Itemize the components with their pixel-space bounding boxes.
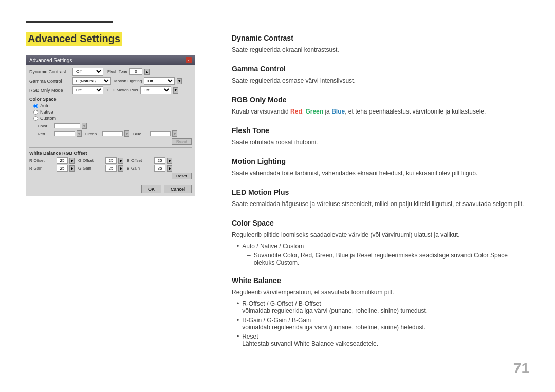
color-space-radio-group: Auto Native Custom: [33, 103, 192, 121]
g-gain-input[interactable]: [105, 165, 117, 172]
blue-input[interactable]: [150, 131, 171, 136]
r-offset-arrow[interactable]: ▶: [69, 158, 75, 164]
white-balance-link: White Balance: [294, 340, 334, 347]
radio-auto[interactable]: [33, 104, 38, 108]
color-space-text: Reguleerib piltide loomiseks saadaolevat…: [232, 230, 529, 239]
help-rgb-only-mode: RGB Only Mode Kuvab värvisuvandid Red, G…: [232, 96, 529, 116]
motion-lighting-label: Motion Lighting: [114, 79, 142, 83]
green-highlight: Green: [305, 108, 323, 115]
blue-link: Blue: [336, 252, 348, 259]
wb-bullet-reset: Reset Lähtestab suvandi White Balance va…: [237, 333, 529, 347]
wb-gain-row: R-Gain ▶ G-Gain ▶ B-Gain ▶: [29, 165, 192, 172]
wb-offset-row: R-Offset ▶ G-Offset ▶ B-Offset ▶: [29, 157, 192, 164]
color-field-row: Color ▼: [38, 123, 192, 129]
b-offset-label: B-Offset: [127, 158, 153, 163]
dialog-row-3: RGB Only Mode Off LED Motion Plus Off ▼: [29, 86, 192, 94]
red-input[interactable]: [54, 131, 75, 136]
red-label: Red: [38, 132, 53, 136]
flesh-tone-up[interactable]: ▲: [144, 69, 150, 75]
radio-native[interactable]: [33, 110, 38, 115]
help-led-motion-plus: LED Motion Plus Saate eemaldada hägususe…: [232, 188, 529, 209]
page-title: Advanced Settings: [26, 32, 122, 46]
r-offset-link: R-Offset: [242, 300, 265, 307]
rgb-sliders-row: Red ▼ Green ▼ Blue ▼: [38, 130, 192, 137]
g-gain-label: G-Gain: [78, 166, 104, 171]
color-space-options-text: Auto / Native / Custom: [242, 242, 304, 250]
page-number: 71: [513, 360, 529, 377]
radio-auto-label: Auto: [40, 103, 50, 108]
b-offset-input[interactable]: [154, 157, 165, 164]
g-gain-arrow[interactable]: ▶: [118, 165, 123, 172]
color-link: Color: [283, 252, 297, 259]
radio-custom-row: Custom: [33, 116, 192, 121]
wb-reset-button[interactable]: Reset: [172, 173, 192, 179]
color-space-link: Color Space: [474, 252, 508, 259]
r-gain-label: R-Gain: [29, 166, 55, 171]
color-space-bullet-1: Auto / Native / Custom: [237, 242, 529, 250]
reset-link: Reset: [357, 252, 373, 259]
led-motion-plus-arrow[interactable]: ▼: [173, 87, 178, 94]
g-offset-link: G-Offset: [270, 300, 293, 307]
advanced-settings-dialog: Advanced Settings × Dynamic Contrast Off…: [26, 55, 195, 196]
flesh-tone-text: Saate rõhutada roosat ihutooni.: [232, 138, 529, 147]
gamma-control-title: Gamma Control: [232, 65, 529, 73]
reset-link-wb: Reset: [242, 333, 258, 340]
led-motion-plus-select[interactable]: Off: [140, 86, 171, 94]
flesh-tone-label: Flesh Tone: [107, 69, 127, 74]
red-link: Red: [301, 252, 312, 259]
color-reset-button[interactable]: Reset: [172, 138, 192, 145]
color-arrow[interactable]: ▼: [82, 123, 87, 129]
green-arrow[interactable]: ▼: [124, 130, 130, 137]
r-gain-arrow[interactable]: ▶: [69, 165, 75, 172]
dialog-title: Advanced Settings: [29, 58, 72, 63]
color-label: Color: [38, 124, 53, 128]
red-arrow[interactable]: ▼: [77, 130, 82, 137]
radio-auto-row: Auto: [33, 103, 192, 108]
blue-arrow[interactable]: ▼: [172, 130, 177, 137]
gamma-control-select[interactable]: 0 (Natural): [72, 77, 111, 85]
flesh-tone-input[interactable]: [130, 68, 142, 75]
green-input[interactable]: [102, 131, 123, 136]
wb-bullet-offset: R-Offset / G-Offset / B-Offset võimaldab…: [237, 300, 529, 314]
cancel-button[interactable]: Cancel: [164, 185, 192, 193]
b-gain-link: B-Gain: [292, 316, 311, 324]
dialog-footer: OK Cancel: [26, 182, 195, 196]
led-motion-plus-text: Saate eemaldada hägususe ja väreluse sts…: [232, 199, 529, 209]
green-label: Green: [85, 132, 101, 136]
motion-lighting-title: Motion Lighting: [232, 157, 529, 165]
motion-lighting-arrow[interactable]: ▼: [177, 78, 182, 84]
motion-lighting-text: Saate vähendada toite tarbimist, vähenda…: [232, 169, 529, 178]
right-top-bar: [232, 21, 529, 21]
g-offset-label: G-Offset: [78, 158, 104, 163]
help-gamma-control: Gamma Control Saate reguleerida esmase v…: [232, 65, 529, 85]
gamma-control-label: Gamma Control: [29, 79, 70, 84]
radio-custom-label: Custom: [40, 116, 56, 121]
auto-link: Auto: [242, 242, 255, 250]
g-offset-input[interactable]: [105, 157, 117, 164]
radio-custom[interactable]: [33, 116, 38, 121]
b-gain-label: B-Gain: [127, 166, 153, 171]
wb-bullet-gain: R-Gain / G-Gain / B-Gain võimaldab regul…: [237, 316, 529, 331]
dynamic-contrast-select[interactable]: Off: [72, 68, 103, 76]
b-gain-input[interactable]: [154, 165, 165, 172]
color-space-bullets: Auto / Native / Custom: [232, 242, 529, 250]
right-panel: Dynamic Contrast Saate reguleerida ekraa…: [216, 0, 555, 392]
top-bar-decoration: [26, 21, 113, 23]
native-link: Native: [260, 242, 278, 250]
color-input[interactable]: [54, 123, 80, 128]
wb-offset-desc: võimaldab reguleerida iga värvi (punane,…: [242, 307, 428, 314]
color-space-sub-bullets: Suvandite Color, Red, Green, Blue ja Res…: [242, 252, 529, 266]
g-gain-link: G-Gain: [267, 316, 287, 324]
dynamic-contrast-text: Saate reguleerida ekraani kontrastsust.: [232, 45, 529, 54]
motion-lighting-select[interactable]: Off: [144, 77, 175, 85]
wb-reset-desc: Lähtestab suvandi White Balance vaikesea…: [242, 340, 378, 347]
b-offset-arrow[interactable]: ▶: [167, 158, 172, 164]
rgb-only-mode-select[interactable]: Off: [72, 86, 103, 94]
r-gain-input[interactable]: [57, 165, 68, 172]
r-offset-input[interactable]: [57, 157, 68, 164]
g-offset-arrow[interactable]: ▶: [118, 158, 123, 164]
color-space-title: Color Space: [232, 219, 529, 227]
b-gain-arrow[interactable]: ▶: [167, 165, 172, 172]
dialog-close-button[interactable]: ×: [186, 57, 192, 63]
ok-button[interactable]: OK: [141, 185, 161, 193]
